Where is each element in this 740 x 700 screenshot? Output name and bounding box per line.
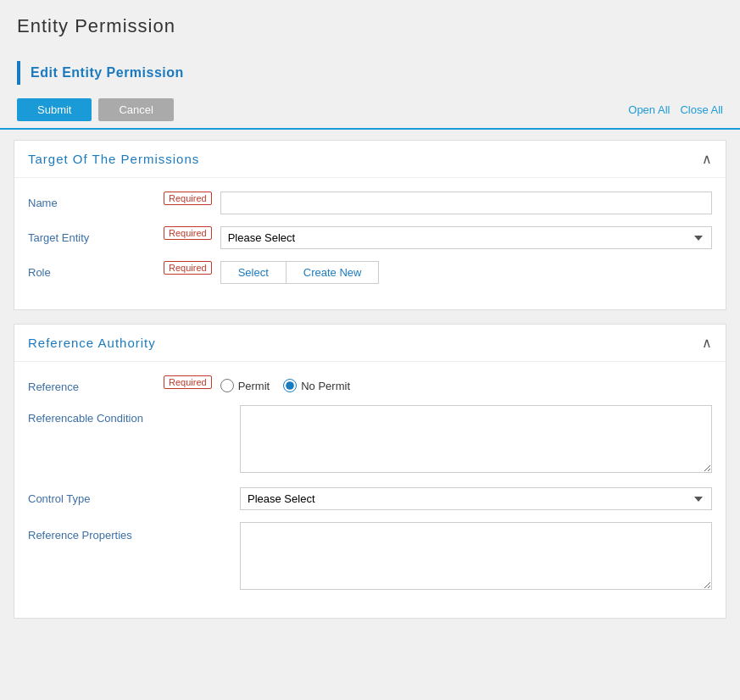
target-card-header: Target Of The Permissions ∧: [14, 141, 726, 178]
reference-card-header: Reference Authority ∧: [14, 325, 726, 362]
toolbar-left: Submit Cancel: [17, 98, 174, 121]
control-type-row: Control Type Please Select: [28, 487, 712, 510]
permit-label: Permit: [238, 380, 270, 392]
page-title: Entity Permission: [17, 15, 723, 37]
reference-authority-card: Reference Authority ∧ Reference Required…: [14, 324, 726, 619]
section-header-bar: Edit Entity Permission: [0, 54, 740, 92]
control-type-label: Control Type: [28, 487, 164, 505]
target-collapse-icon[interactable]: ∧: [702, 151, 712, 167]
open-all-link[interactable]: Open All: [628, 103, 670, 116]
no-permit-radio-label[interactable]: No Permit: [283, 379, 350, 392]
blue-accent-bar: [17, 61, 20, 85]
reference-card-title: Reference Authority: [28, 336, 156, 350]
control-type-control-wrap: Please Select: [240, 487, 712, 510]
permit-radio[interactable]: [220, 379, 234, 392]
role-btn-group: Select Create New: [220, 261, 712, 284]
reference-form-body: Reference Required Permit No Permit: [14, 362, 726, 618]
referencable-condition-label: Referencable Condition: [28, 405, 164, 425]
name-input[interactable]: [220, 192, 712, 214]
permit-radio-label[interactable]: Permit: [220, 379, 270, 392]
target-form-body: Name Required Target Entity Required Ple…: [14, 178, 726, 309]
toolbar-right: Open All Close All: [628, 103, 723, 116]
target-permissions-card: Target Of The Permissions ∧ Name Require…: [14, 140, 726, 310]
name-required-badge: Required: [164, 192, 212, 205]
name-label: Name: [28, 192, 164, 209]
submit-button[interactable]: Submit: [17, 98, 92, 121]
name-control-wrap: [220, 192, 712, 214]
name-row: Name Required: [28, 192, 712, 214]
target-entity-label: Target Entity: [28, 226, 164, 244]
target-entity-control-wrap: Please Select: [220, 226, 712, 249]
target-entity-select[interactable]: Please Select: [220, 226, 712, 249]
reference-collapse-icon[interactable]: ∧: [702, 335, 712, 351]
referencable-condition-row: Referencable Condition: [28, 405, 712, 475]
reference-row: Reference Required Permit No Permit: [28, 375, 712, 393]
no-permit-radio[interactable]: [283, 379, 297, 392]
no-permit-label: No Permit: [301, 380, 350, 392]
reference-properties-row: Reference Properties: [28, 522, 712, 592]
page-container: Entity Permission Edit Entity Permission…: [0, 0, 740, 700]
section-subtitle: Edit Entity Permission: [31, 65, 184, 81]
target-entity-row: Target Entity Required Please Select: [28, 226, 712, 249]
reference-properties-label: Reference Properties: [28, 522, 164, 542]
close-all-link[interactable]: Close All: [680, 103, 723, 116]
cancel-button[interactable]: Cancel: [98, 98, 173, 121]
role-row: Role Required Select Create New: [28, 261, 712, 284]
main-content: Target Of The Permissions ∧ Name Require…: [0, 130, 740, 642]
control-type-select[interactable]: Please Select: [240, 487, 712, 510]
reference-label: Reference: [28, 375, 164, 393]
target-entity-required-badge: Required: [164, 226, 212, 240]
referencable-condition-textarea[interactable]: [240, 405, 712, 473]
role-label: Role: [28, 261, 164, 279]
toolbar: Submit Cancel Open All Close All: [0, 92, 740, 130]
reference-properties-textarea[interactable]: [240, 522, 712, 590]
reference-radio-group: Permit No Permit: [220, 375, 712, 392]
reference-control-wrap: Permit No Permit: [220, 375, 712, 392]
role-control-wrap: Select Create New: [220, 261, 712, 284]
role-required-badge: Required: [164, 261, 212, 275]
reference-properties-control-wrap: [240, 522, 712, 592]
target-card-title: Target Of The Permissions: [28, 152, 199, 166]
role-select-button[interactable]: Select: [220, 261, 286, 284]
referencable-condition-control-wrap: [240, 405, 712, 475]
reference-required-badge: Required: [164, 375, 212, 389]
page-header: Entity Permission: [0, 0, 740, 54]
role-create-new-button[interactable]: Create New: [286, 261, 380, 284]
